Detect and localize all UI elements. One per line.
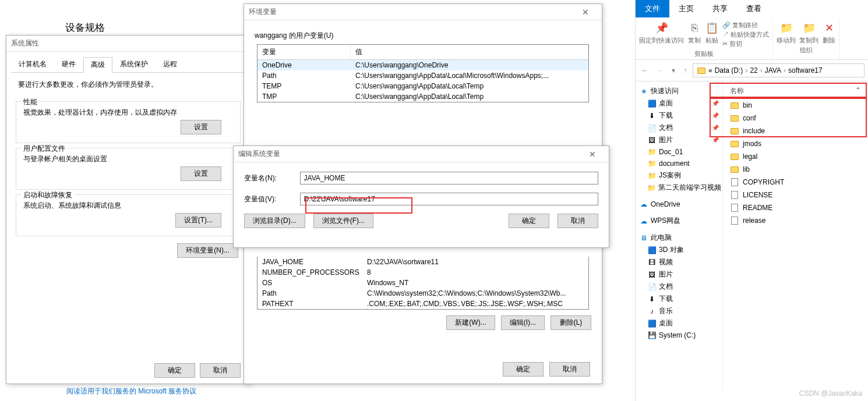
tab-remote[interactable]: 远程 — [156, 56, 185, 72]
bc-data[interactable]: Data (D:) — [715, 66, 743, 74]
tab-file[interactable]: 文件 — [636, 0, 669, 17]
table-row[interactable]: NUMBER_OF_PROCESSORS8 — [257, 267, 588, 278]
copy-path-button[interactable]: 🔗 复制路径 — [722, 21, 769, 30]
paste-shortcut-button[interactable]: ↗ 粘贴快捷方式 — [722, 30, 769, 39]
list-item[interactable]: README — [723, 201, 868, 214]
close-icon[interactable]: ✕ — [581, 150, 604, 159]
bc-22[interactable]: 22 — [750, 66, 757, 74]
tree-item[interactable]: 🟦3D 对象 — [637, 244, 721, 256]
table-row[interactable]: OneDriveC:\Users\wanggang\OneDrive — [257, 60, 588, 70]
sysprops-ok-button[interactable]: 确定 — [154, 363, 195, 378]
tab-hardware[interactable]: 硬件 — [54, 56, 83, 72]
folder-icon: 🖼 — [647, 136, 657, 145]
sys-edit-button[interactable]: 编辑(I)... — [501, 315, 545, 330]
copy-button[interactable]: ⎘复制 — [687, 21, 701, 45]
system-vars-table[interactable]: JAVA_HOMED:\22\JAVA\sortware11NUMBER_OF_… — [257, 257, 589, 310]
file-icon — [730, 216, 739, 225]
bc-java[interactable]: JAVA — [765, 66, 781, 74]
sysprops-cancel-button[interactable]: 取消 — [200, 363, 241, 378]
file-list[interactable]: 名称⌃ binconfincludejmodslegallibCOPYRIGHT… — [723, 81, 868, 389]
list-item[interactable]: jmods — [723, 137, 868, 150]
col-val[interactable]: 值 — [351, 45, 588, 59]
tree-item[interactable]: 🟦桌面 — [637, 317, 721, 329]
forward-button[interactable]: → — [654, 65, 666, 76]
table-row[interactable]: TEMPC:\Users\wanggang\AppData\Local\Temp — [257, 81, 588, 91]
close-icon[interactable]: ✕ — [574, 8, 597, 17]
list-item[interactable]: conf — [723, 112, 868, 125]
move-to-button[interactable]: 📁移动到 — [777, 21, 796, 45]
quick-access-node[interactable]: ★快速访问 — [637, 85, 721, 97]
ms-service-agreement-link[interactable]: 阅读适用于我们服务的 Microsoft 服务协议 — [66, 386, 196, 396]
copy-to-button[interactable]: 📁复制到 — [799, 21, 818, 45]
env-cancel-button[interactable]: 取消 — [549, 362, 590, 377]
table-row[interactable]: PathC:\Windows\system32;C:\Windows;C:\Wi… — [257, 288, 588, 299]
nav-tree[interactable]: ★快速访问 🟦桌面📌⬇下载📌📄文档📌🖼图片📌📁Doc_01📁document📁J… — [636, 81, 723, 389]
breadcrumb[interactable]: « Data (D:)› 22› JAVA› software17 — [693, 63, 865, 77]
tree-item[interactable]: 📄文档📌 — [637, 122, 721, 134]
browse-file-button[interactable]: 浏览文件(F)... — [313, 214, 373, 228]
list-item[interactable]: LICENSE — [723, 189, 868, 201]
tree-item[interactable]: 📁JS案例 — [637, 169, 721, 182]
tree-item[interactable]: 💾System (C:) — [637, 329, 721, 341]
env-ok-button[interactable]: 确定 — [503, 362, 544, 377]
cut-button[interactable]: ✂ 剪切 — [722, 40, 769, 48]
list-item[interactable]: release — [723, 214, 868, 227]
profile-settings-button[interactable]: 设置 — [181, 166, 221, 181]
tab-system-protection[interactable]: 系统保护 — [112, 56, 156, 72]
list-item[interactable]: lib — [723, 163, 868, 176]
table-row[interactable]: PATHEXT.COM;.EXE;.BAT;.CMD;.VBS;.VBE;.JS… — [257, 299, 588, 309]
tree-item[interactable]: 🖼图片 — [637, 268, 721, 281]
table-row[interactable]: JAVA_HOMED:\22\JAVA\sortware11 — [257, 257, 588, 267]
col-var[interactable]: 变量 — [257, 45, 351, 59]
tree-item[interactable]: 🖼图片📌 — [637, 134, 721, 146]
pin-quick-access-button[interactable]: 📌固定到快速访问 — [639, 21, 684, 45]
var-name-input[interactable] — [300, 172, 598, 184]
edit-ok-button[interactable]: 确定 — [509, 214, 549, 228]
history-dropdown[interactable]: ▾ — [669, 65, 678, 76]
copyto-icon: 📁 — [802, 21, 816, 35]
wps-node[interactable]: ☁WPS网盘 — [637, 215, 721, 227]
tree-item[interactable]: 📄文档 — [637, 281, 721, 293]
delete-button[interactable]: ✕删除 — [822, 21, 836, 45]
tab-advanced[interactable]: 高级 — [83, 57, 112, 73]
tree-item[interactable]: ⬇下载📌 — [637, 109, 721, 122]
startup-settings-button[interactable]: 设置(T)... — [175, 213, 221, 228]
var-name: TMP — [262, 93, 355, 101]
var-value-input[interactable] — [300, 193, 598, 205]
tree-item[interactable]: 🎞视频 — [637, 256, 721, 268]
sys-delete-button[interactable]: 删除(L) — [551, 315, 591, 330]
env-vars-button[interactable]: 环境变量(N)... — [177, 243, 238, 258]
tab-computer-name[interactable]: 计算机名 — [11, 56, 54, 72]
up-button[interactable]: ↑ — [681, 65, 689, 76]
sort-indicator[interactable]: ⌃ — [855, 86, 861, 96]
this-pc-node[interactable]: 🖥此电脑 — [637, 232, 721, 244]
col-name[interactable]: 名称 — [730, 86, 855, 96]
tab-home[interactable]: 主页 — [669, 0, 703, 17]
tree-item[interactable]: 🟦桌面📌 — [637, 97, 721, 109]
tree-item[interactable]: 📁Doc_01 — [637, 146, 721, 158]
sys-new-button[interactable]: 新建(W)... — [446, 315, 495, 330]
profile-title: 用户配置文件 — [21, 144, 68, 154]
onedrive-node[interactable]: ☁OneDrive — [637, 198, 721, 210]
tree-item[interactable]: 📁document — [637, 158, 721, 169]
back-button[interactable]: ← — [639, 65, 651, 76]
perf-settings-button[interactable]: 设置 — [181, 120, 221, 134]
table-row[interactable]: PathC:\Users\wanggang\AppData\Local\Micr… — [257, 70, 588, 81]
tree-item[interactable]: ⬇下载 — [637, 293, 721, 305]
list-item[interactable]: legal — [723, 150, 868, 163]
tree-item[interactable]: 📁第二天前端学习视频 — [637, 182, 721, 194]
table-row[interactable]: TMPC:\Users\wanggang\AppData\Local\Temp — [257, 91, 588, 102]
browse-dir-button[interactable]: 浏览目录(D)... — [244, 214, 305, 228]
list-item[interactable]: include — [723, 125, 868, 137]
tab-share[interactable]: 共享 — [703, 0, 737, 17]
list-item[interactable]: COPYRIGHT — [723, 176, 868, 189]
edit-cancel-button[interactable]: 取消 — [558, 214, 598, 228]
tree-item[interactable]: ♪音乐 — [637, 305, 721, 317]
table-row[interactable]: OSWindows_NT — [257, 278, 588, 288]
list-item[interactable]: bin — [723, 99, 868, 112]
tab-view[interactable]: 查看 — [737, 0, 771, 17]
user-vars-table[interactable]: 变量 值 OneDriveC:\Users\wanggang\OneDriveP… — [257, 44, 589, 102]
item-icon: 🖼 — [647, 270, 657, 279]
paste-button[interactable]: 📋粘贴 — [705, 21, 719, 45]
bc-software17[interactable]: software17 — [788, 66, 823, 74]
